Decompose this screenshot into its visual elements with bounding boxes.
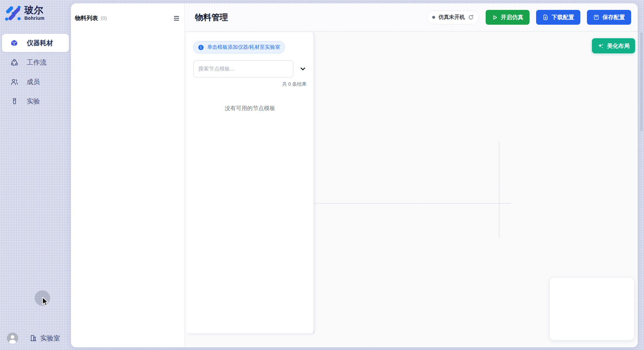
sidebar-item-workflow[interactable]: 工作流 [2,53,69,72]
beautify-layout-label: 美化布局 [607,42,629,50]
lab-label: 实验室 [40,334,60,343]
sidebar-item-label: 实验 [27,97,40,106]
save-config-label: 保存配置 [602,14,625,21]
app-window: 物料列表 (0) 物料管理 仿真未开机 [71,3,638,347]
info-icon [198,44,204,50]
workflow-icon [10,58,18,67]
building-icon [29,334,37,342]
materials-count: (0) [101,15,107,21]
brand-name: 玻尔 [24,5,45,15]
download-file-icon [542,14,549,20]
search-input[interactable] [193,60,293,77]
save-config-button[interactable]: 保存配置 [587,10,631,25]
download-config-label: 下载配置 [552,14,574,21]
bohrium-logo-icon [5,5,21,21]
play-icon [492,15,498,20]
sidebar-nav: 仪器耗材 工作流 [0,34,71,112]
status-dot-icon [432,16,435,19]
canvas-guide [313,203,511,204]
avatar[interactable] [7,333,18,344]
sidebar-item-instruments[interactable]: 仪器耗材 [2,34,69,52]
materials-panel: 物料列表 (0) [71,3,185,347]
sidebar-item-lab[interactable]: 实验室 [29,334,60,343]
refresh-icon[interactable] [468,15,474,20]
brand[interactable]: 玻尔 Bohrium [0,0,71,21]
minimap[interactable] [549,277,634,340]
page-header: 物料管理 仿真未开机 [185,3,638,32]
page-title: 物料管理 [195,12,228,23]
chevron-down-icon[interactable] [299,65,306,73]
start-simulation-button[interactable]: 开启仿真 [486,10,530,25]
materials-title: 物料列表 [75,14,98,22]
sidebar-footer: 实验室 [0,332,71,345]
search-row [193,60,306,77]
sidebar-item-label: 仪器耗材 [27,39,53,47]
brand-text: 玻尔 Bohrium [24,5,45,21]
sparkles-icon [597,43,604,49]
sidebar-item-label: 成员 [27,77,40,86]
simulation-status-pill[interactable]: 仿真未开机 [427,11,479,24]
status-label: 仿真未开机 [438,14,465,21]
empty-message: 没有可用的节点模板 [193,104,306,112]
materials-header: 物料列表 (0) [71,3,184,22]
beautify-layout-button[interactable]: 美化布局 [592,38,635,53]
flow-canvas[interactable]: 单击模板添加仪器/耗材至实验室 共 0 条结果 没有可用的节点模板 [185,32,638,347]
info-banner: 单击模板添加仪器/耗材至实验室 [193,41,285,53]
sidebar-item-experiment[interactable]: 实验 [2,92,69,110]
main-region: 物料管理 仿真未开机 [185,3,638,347]
info-banner-text: 单击模板添加仪器/耗材至实验室 [207,44,280,51]
mouse-cursor [42,297,49,306]
members-icon [10,78,18,86]
canvas-guide [499,142,499,237]
scrollbar[interactable] [640,32,643,131]
save-icon [593,14,599,20]
brand-subtitle: Bohrium [24,15,45,21]
result-count: 共 0 条结果 [193,81,306,87]
sidebar-item-label: 工作流 [27,58,47,67]
experiment-icon [10,97,18,106]
sidebar-item-members[interactable]: 成员 [2,73,69,91]
collapse-panel-icon[interactable] [173,15,180,22]
template-panel: 单击模板添加仪器/耗材至实验室 共 0 条结果 没有可用的节点模板 [186,32,314,333]
start-simulation-label: 开启仿真 [501,14,523,21]
download-config-button[interactable]: 下载配置 [536,10,580,25]
cube-icon [10,39,18,47]
